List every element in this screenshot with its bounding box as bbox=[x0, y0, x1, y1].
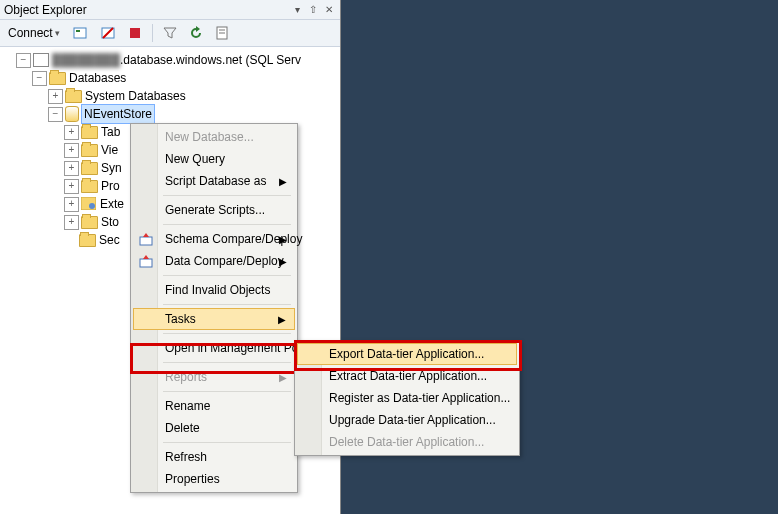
folder-icon bbox=[81, 144, 98, 157]
server-icon bbox=[33, 53, 49, 67]
toolbar: Connect▾ bbox=[0, 20, 340, 47]
menu-refresh[interactable]: Refresh bbox=[133, 446, 295, 468]
folder-icon bbox=[81, 216, 98, 229]
data-compare-icon bbox=[138, 253, 154, 269]
pin-icon[interactable]: ⇧ bbox=[306, 3, 320, 17]
folder-icon bbox=[79, 234, 96, 247]
folder-icon bbox=[49, 72, 66, 85]
menu-schema-compare[interactable]: Schema Compare/Deploy▶ bbox=[133, 228, 295, 250]
svg-rect-1 bbox=[76, 30, 80, 32]
dropdown-icon[interactable]: ▾ bbox=[290, 3, 304, 17]
svg-rect-4 bbox=[130, 28, 140, 38]
disconnect-icon[interactable] bbox=[96, 23, 120, 43]
menu-open-portal[interactable]: Open in Management Portal... bbox=[133, 337, 295, 359]
submenu-arrow-icon: ▶ bbox=[279, 372, 287, 383]
menu-find-invalid[interactable]: Find Invalid Objects bbox=[133, 279, 295, 301]
folder-icon bbox=[65, 90, 82, 103]
server-node[interactable]: − ████████.database.windows.net (SQL Ser… bbox=[2, 51, 338, 69]
neventstore-node[interactable]: − NEventStore bbox=[2, 105, 338, 123]
close-icon[interactable]: ✕ bbox=[322, 3, 336, 17]
menu-generate-scripts[interactable]: Generate Scripts... bbox=[133, 199, 295, 221]
submenu-arrow-icon: ▶ bbox=[279, 234, 287, 245]
tasks-submenu: Export Data-tier Application... Extract … bbox=[294, 340, 520, 456]
refresh-icon[interactable] bbox=[185, 23, 207, 43]
panel-titlebar: Object Explorer ▾ ⇧ ✕ bbox=[0, 0, 340, 20]
folder-icon bbox=[81, 126, 98, 139]
context-menu: New Database... New Query Script Databas… bbox=[130, 123, 298, 493]
submenu-arrow-icon: ▶ bbox=[279, 176, 287, 187]
submenu-register-datatier[interactable]: Register as Data-tier Application... bbox=[297, 387, 517, 409]
submenu-upgrade-datatier[interactable]: Upgrade Data-tier Application... bbox=[297, 409, 517, 431]
menu-new-database[interactable]: New Database... bbox=[133, 126, 295, 148]
svg-point-9 bbox=[89, 203, 95, 209]
panel-title: Object Explorer bbox=[4, 3, 87, 17]
submenu-extract-datatier[interactable]: Extract Data-tier Application... bbox=[297, 365, 517, 387]
svg-rect-11 bbox=[140, 259, 152, 267]
connect-server-icon[interactable] bbox=[68, 23, 92, 43]
system-databases-node[interactable]: + System Databases bbox=[2, 87, 338, 105]
menu-script-database[interactable]: Script Database as▶ bbox=[133, 170, 295, 192]
menu-reports[interactable]: Reports▶ bbox=[133, 366, 295, 388]
databases-node[interactable]: − Databases bbox=[2, 69, 338, 87]
submenu-arrow-icon: ▶ bbox=[279, 256, 287, 267]
script-icon[interactable] bbox=[211, 23, 233, 43]
menu-delete[interactable]: Delete bbox=[133, 417, 295, 439]
svg-rect-0 bbox=[74, 28, 86, 38]
menu-data-compare[interactable]: Data Compare/Deploy▶ bbox=[133, 250, 295, 272]
svg-rect-10 bbox=[140, 237, 152, 245]
folder-icon bbox=[81, 162, 98, 175]
stop-icon[interactable] bbox=[124, 23, 146, 43]
menu-tasks[interactable]: Tasks▶ bbox=[133, 308, 295, 330]
submenu-delete-datatier[interactable]: Delete Data-tier Application... bbox=[297, 431, 517, 453]
schema-compare-icon bbox=[138, 231, 154, 247]
menu-rename[interactable]: Rename bbox=[133, 395, 295, 417]
filter-icon[interactable] bbox=[159, 23, 181, 43]
submenu-export-datatier[interactable]: Export Data-tier Application... bbox=[297, 343, 517, 365]
submenu-arrow-icon: ▶ bbox=[278, 314, 286, 325]
folder-icon bbox=[81, 180, 98, 193]
database-icon bbox=[65, 106, 79, 122]
menu-properties[interactable]: Properties bbox=[133, 468, 295, 490]
menu-new-query[interactable]: New Query bbox=[133, 148, 295, 170]
connect-button[interactable]: Connect▾ bbox=[4, 23, 64, 43]
extended-icon bbox=[81, 197, 97, 211]
